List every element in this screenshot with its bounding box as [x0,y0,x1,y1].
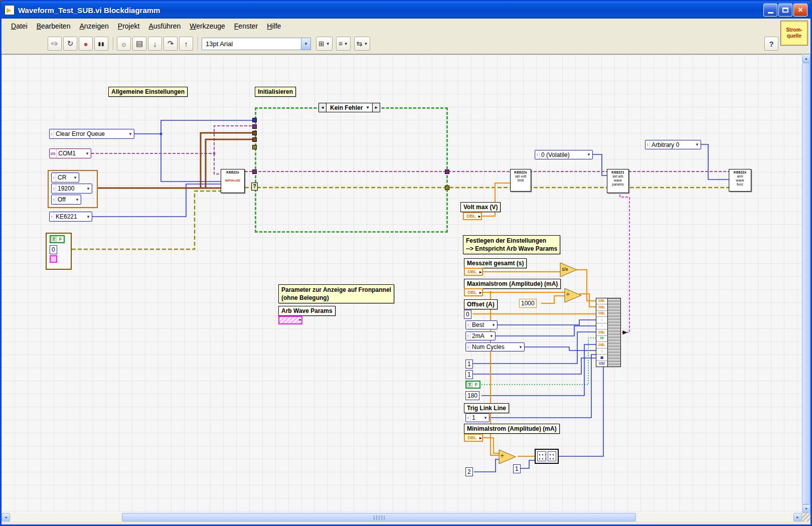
menu-ausfuehren[interactable]: Ausführen [144,20,185,32]
highlight-execution-button[interactable]: ☼ [117,37,131,51]
numeric-constant-1000[interactable]: 1000 [519,299,537,308]
terminal-messzeit[interactable]: DBL ▸ [464,268,483,276]
distribute-objects-button[interactable]: ≡ ▼ [336,37,351,51]
run-continuous-button[interactable]: ↻ [63,37,77,51]
vi-initialize[interactable]: KE622x INITIALIZE [221,169,245,193]
label-volt-max: Volt max (V) [460,202,501,212]
scroll-left-button[interactable]: ◄ [2,513,10,521]
divide-node-top[interactable]: ÷ [564,288,582,305]
enum-value: 1 [470,414,482,421]
terminal-minimalstrom[interactable]: DBL ▸ [464,434,483,442]
terminal-maximalstrom[interactable]: DBL ▸ [464,288,483,296]
case-prev-icon[interactable]: ◄ [319,103,327,112]
vi-arm-wave-func[interactable]: KE622x arm wave func [729,169,751,192]
step-out-button[interactable]: ↑ [179,37,193,51]
run-button[interactable]: ⇨ [48,37,62,51]
visa-resource-com1[interactable]: I/O COM1 ▼ [49,148,91,158]
enum-value: 2mA [470,332,488,339]
enum-arbitrary[interactable]: ↕ Arbitrary 0 ▼ [645,140,701,149]
help-button[interactable]: ? [764,37,778,51]
label-allgemeine-einstellungen: Allgemeine Einstellungen [108,87,188,97]
tunnel-cluster-2 [252,137,257,142]
enum-value: Num Cycles [470,343,517,350]
scroll-up-button[interactable]: ▲ [802,54,810,63]
step-over-button[interactable]: ↷ [164,37,178,51]
enum-baudrate[interactable]: ↕ 19200 ▼ [51,184,92,194]
build-array-node[interactable] [535,449,559,464]
vi-set-volt-limit[interactable]: KE622x set volt limit [510,169,531,192]
font-selector-dropdown-icon[interactable]: ▼ [301,38,310,50]
case-structure[interactable]: ◄ Kein Fehler ▼ ► [255,107,448,233]
numeric-constant-offset-0[interactable]: 0 [464,310,471,319]
boolean-constant-phase[interactable]: T F [465,381,480,389]
horizontal-scroll-thumb[interactable] [122,513,636,521]
menu-anzeigen[interactable]: Anzeigen [75,20,113,32]
enum-off[interactable]: ↕ Off ▼ [51,195,81,205]
vi-line: KE622x [511,170,530,174]
align-objects-button[interactable]: ⊞ ▼ [316,37,333,51]
menu-projekt[interactable]: Projekt [113,20,144,32]
abort-button[interactable]: ● [79,37,93,51]
terminal-arb-wave-params[interactable]: ▸ [278,316,302,324]
numeric-constant-code[interactable]: 0 [50,245,57,254]
dropdown-icon: ▼ [364,42,368,46]
enum-volatile[interactable]: ↕ 0 (Volatile) ▼ [535,150,593,159]
terminal-out-icon: ▸ [479,270,481,274]
scroll-down-button[interactable]: ▼ [802,504,810,513]
bundle-cluster-node[interactable]: DBL DBL DBL ↕ ↕ DBL TF DBL ↕ ▣ U32 ▶ [596,298,621,367]
enum-best[interactable]: ↕ Best ▼ [465,320,498,329]
menu-hilfe[interactable]: Hilfe [262,20,285,32]
label-minimalstrom: Minimalstrom (Amplitude) (mA) [464,424,560,434]
comment-line: --> Entspricht Arb Wave Params [466,245,557,253]
horizontal-scrollbar[interactable]: ◄ ► [2,513,802,521]
string-constant-source[interactable] [50,255,57,263]
menu-datei[interactable]: Datei [7,20,32,32]
block-diagram-canvas[interactable]: Allgemeine Einstellungen Initialisieren … [2,54,802,513]
vi-connector-icon[interactable]: Strom- quelle [780,21,808,46]
vertical-scrollbar[interactable]: ▲ ▼ [802,54,810,513]
retain-wire-values-button[interactable]: ▤ [132,37,146,51]
title-bar[interactable]: Waveform_Test_SUB.vi Blockdiagramm × [2,2,810,19]
numeric-constant-1a[interactable]: 1 [465,360,473,369]
case-dropdown-icon[interactable]: ▼ [366,105,372,110]
vi-line: params [608,183,628,187]
numeric-constant-180[interactable]: 180 [465,391,479,400]
terminal-type: DBL [464,214,478,219]
menu-bearbeiten[interactable]: Bearbeiten [32,20,75,32]
dropdown-icon: ▼ [127,132,134,136]
boolean-constant-status[interactable]: T F [50,235,65,243]
numeric-constant-1c[interactable]: 1 [513,464,521,473]
vi-set-arb-wave-params[interactable]: KE6221 set arb wave params [607,169,629,193]
enum-value: 19200 [56,185,85,192]
reorder-objects-button[interactable]: ⇆ ▼ [354,37,371,51]
tunnel-visa-right [445,169,449,174]
pause-button[interactable]: ▮▮ [94,37,108,51]
vertical-scroll-thumb[interactable] [802,63,810,504]
numeric-constant-2[interactable]: 2 [465,467,473,476]
enum-trig-line[interactable]: ↕ 1 ▼ [465,413,490,422]
numeric-constant-1b[interactable]: 1 [465,370,473,379]
enum-ke6221[interactable]: ↕ KE6221 ▼ [49,212,92,222]
scroll-right-button[interactable]: ► [793,513,802,521]
menu-werkzeuge[interactable]: Werkzeuge [185,20,230,32]
case-next-icon[interactable]: ► [372,103,380,112]
scroll-left-icon: ◄ [4,515,8,519]
font-selector-value: 13pt Arial [202,40,301,48]
enum-cr[interactable]: ↕ CR ▼ [51,172,79,183]
resize-grip[interactable] [802,513,810,521]
terminal-volt-max[interactable]: DBL ▸ [463,212,482,220]
enum-clear-error-queue[interactable]: ↕ Clear Error Queue ▼ [49,129,134,139]
close-button[interactable]: × [793,4,807,17]
terminal-type: DBL [465,269,479,274]
step-into-button[interactable]: ↓ [148,37,162,51]
maximize-button[interactable] [778,4,792,17]
divide-node-bottom[interactable]: ÷ [499,449,517,466]
enum-num-cycles[interactable]: ↕ Num Cycles ▼ [465,342,525,352]
enum-2ma[interactable]: ↕ 2mA ▼ [465,331,496,340]
menu-fenster[interactable]: Fenster [230,20,262,32]
window-title: Waveform_Test_SUB.vi Blockdiagramm [18,6,160,15]
reciprocal-node[interactable]: 1/x [560,262,578,279]
font-selector[interactable]: 13pt Arial ▼ [202,38,311,50]
case-selector[interactable]: ◄ Kein Fehler ▼ ► [318,103,380,112]
minimize-button[interactable] [763,4,777,17]
